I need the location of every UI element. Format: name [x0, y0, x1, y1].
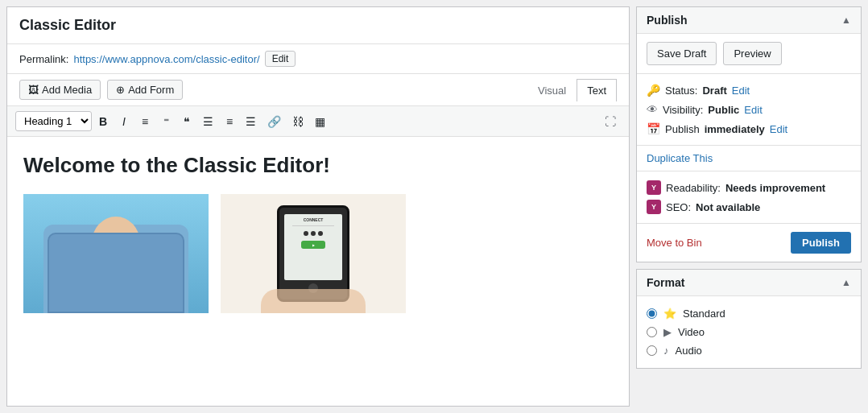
format-box-header: Format ▲	[637, 270, 861, 296]
readability-row: Y Readability: Needs improvement	[647, 178, 851, 197]
audio-icon: ♪	[663, 345, 669, 357]
publish-time-label: Publish	[665, 123, 700, 135]
italic-button[interactable]: I	[114, 113, 134, 130]
format-standard-label: Standard	[683, 308, 725, 320]
image-person	[23, 194, 209, 313]
yoast-seo-icon: Y	[647, 200, 661, 214]
editor-heading: Welcome to the Classic Editor!	[23, 153, 613, 178]
format-option-video: ▶ Video	[647, 323, 851, 341]
publish-collapse-button[interactable]: ▲	[841, 14, 851, 26]
editor-images: CONNECT ▶	[23, 194, 613, 313]
permalink-url[interactable]: https://www.appnova.com/classic-editor/	[73, 53, 259, 65]
align-left-button[interactable]: ☰	[198, 113, 218, 130]
media-buttons-group: 🖼 Add Media ⊕ Add Form	[19, 80, 183, 100]
readability-label: Readability:	[666, 182, 721, 194]
duplicate-this-link[interactable]: Duplicate This	[647, 152, 713, 164]
move-to-bin-link[interactable]: Move to Bin	[647, 237, 702, 249]
standard-icon: ⭐	[663, 308, 676, 320]
publish-button[interactable]: Publish	[791, 232, 851, 254]
format-audio-label: Audio	[676, 345, 702, 357]
duplicate-row: Duplicate This	[637, 146, 861, 171]
status-row: 🔑 Status: Draft Edit	[647, 81, 851, 100]
publish-time-edit-link[interactable]: Edit	[770, 123, 787, 135]
add-media-button[interactable]: 🖼 Add Media	[19, 80, 101, 100]
yoast-readability-icon: Y	[647, 180, 661, 195]
image-tablet: CONNECT ▶	[221, 194, 406, 313]
form-icon: ⊕	[116, 84, 125, 96]
status-edit-link[interactable]: Edit	[732, 85, 750, 97]
format-radio-standard[interactable]	[647, 308, 657, 319]
format-video-label: Video	[678, 326, 705, 338]
blockquote-button[interactable]: ❝	[177, 113, 196, 130]
editor-title: Classic Editor	[19, 17, 116, 33]
calendar-icon: 📅	[647, 122, 660, 135]
visibility-edit-link[interactable]: Edit	[744, 104, 762, 116]
unlink-button[interactable]: ⛓	[287, 113, 308, 130]
publish-box-header: Publish ▲	[637, 7, 861, 34]
align-center-button[interactable]: ≡	[220, 113, 239, 130]
editor-tabs: Visual Text	[527, 79, 617, 101]
heading-select[interactable]: Heading 1 Heading 2 Heading 3 Paragraph	[15, 111, 92, 131]
table-button[interactable]: ▦	[310, 113, 330, 130]
preview-button[interactable]: Preview	[723, 42, 781, 65]
fullscreen-button[interactable]: ⛶	[600, 113, 621, 130]
seo-label: SEO:	[666, 201, 691, 213]
media-icon: 🖼	[28, 84, 39, 96]
ordered-list-button[interactable]: ⁼	[156, 113, 176, 130]
align-right-button[interactable]: ☰	[241, 113, 261, 130]
format-option-standard: ⭐ Standard	[647, 304, 851, 323]
publish-meta: 🔑 Status: Draft Edit 👁 Visibility: Publi…	[637, 74, 861, 146]
permalink-edit-button[interactable]: Edit	[265, 51, 296, 67]
readability-value: Needs improvement	[725, 182, 825, 194]
publish-time-row: 📅 Publish immediately Edit	[647, 119, 851, 138]
add-form-button[interactable]: ⊕ Add Form	[107, 80, 183, 100]
format-box: Format ▲ ⭐ Standard ▶ Video ♪ Audio	[636, 269, 862, 369]
status-label: Status:	[665, 85, 697, 97]
save-draft-button[interactable]: Save Draft	[647, 42, 717, 65]
status-value: Draft	[702, 85, 726, 97]
editor-toolbar: Heading 1 Heading 2 Heading 3 Paragraph …	[7, 106, 629, 137]
format-option-audio: ♪ Audio	[647, 341, 851, 360]
link-button[interactable]: 🔗	[262, 113, 286, 130]
key-icon: 🔑	[647, 84, 660, 97]
format-radio-audio[interactable]	[647, 345, 657, 356]
visibility-label: Visibility:	[663, 104, 703, 116]
seo-value: Not available	[696, 201, 760, 213]
publish-footer: Move to Bin Publish	[637, 224, 861, 262]
editor-content-area[interactable]: Welcome to the Classic Editor! CONNECT	[7, 137, 629, 338]
format-box-title: Format	[647, 276, 684, 289]
visibility-row: 👁 Visibility: Public Edit	[647, 100, 851, 119]
unordered-list-button[interactable]: ≡	[135, 113, 155, 130]
video-icon: ▶	[663, 326, 672, 338]
format-radio-video[interactable]	[647, 327, 657, 337]
eye-icon: 👁	[647, 103, 658, 116]
publish-box-title: Publish	[647, 14, 688, 27]
permalink-label: Permalink:	[19, 53, 68, 65]
publish-box: Publish ▲ Save Draft Preview 🔑 Status: D…	[636, 6, 862, 262]
seo-row: Y SEO: Not available	[647, 197, 851, 217]
tab-visual[interactable]: Visual	[527, 79, 577, 101]
add-form-label: Add Form	[128, 84, 174, 96]
visibility-value: Public	[708, 104, 739, 116]
format-options: ⭐ Standard ▶ Video ♪ Audio	[637, 296, 861, 368]
bold-button[interactable]: B	[93, 113, 113, 130]
tab-text[interactable]: Text	[577, 79, 617, 101]
format-collapse-button[interactable]: ▲	[841, 277, 851, 288]
publish-time-value: immediately	[705, 123, 765, 135]
seo-rows: Y Readability: Needs improvement Y SEO: …	[637, 171, 861, 224]
publish-actions: Save Draft Preview	[637, 34, 861, 74]
add-media-label: Add Media	[42, 84, 92, 96]
